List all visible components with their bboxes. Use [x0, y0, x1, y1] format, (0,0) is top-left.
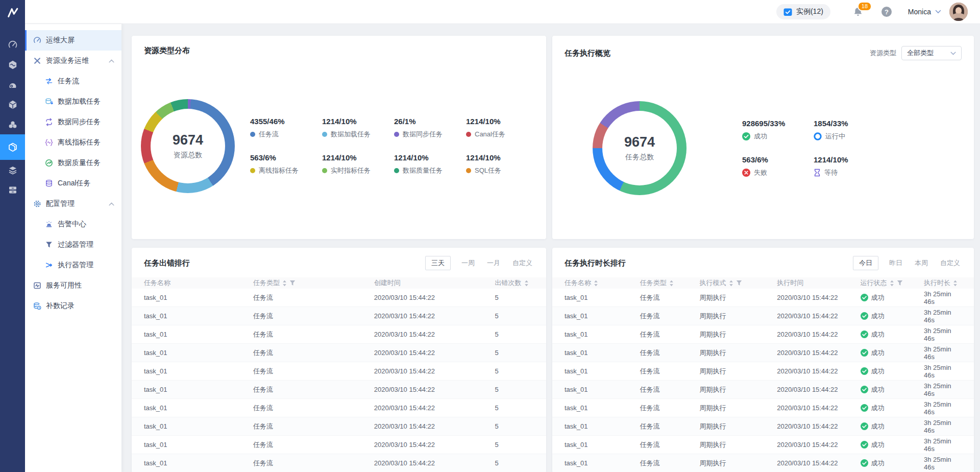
table-row[interactable]: task_01任务流2020/03/10 15:44:225: [132, 307, 546, 325]
table-row[interactable]: task_01任务流周期执行2020/03/10 15:44:22成功3h 25…: [552, 381, 974, 399]
donut-total: 9674: [173, 132, 203, 148]
table-cell: task_01: [565, 459, 640, 467]
table-cell: task_01: [565, 441, 640, 449]
table-row[interactable]: task_01任务流周期执行2020/03/10 15:44:22成功3h 25…: [552, 289, 974, 307]
table-row[interactable]: task_01任务流2020/03/10 15:44:225: [132, 325, 546, 344]
instance-button[interactable]: 实例(12): [776, 4, 830, 19]
legend-dot: [250, 132, 255, 137]
table-cell: 2020/03/10 15:44:22: [374, 441, 495, 449]
rail-warehouse-icon[interactable]: [0, 134, 25, 160]
table-row[interactable]: task_01任务流2020/03/10 15:44:225: [132, 344, 546, 362]
time-filter-button[interactable]: 本周: [913, 256, 929, 270]
table-row[interactable]: task_01任务流周期执行2020/03/10 15:44:22成功3h 25…: [552, 344, 974, 362]
sort-icon[interactable]: [953, 280, 958, 287]
rail-gauge-icon[interactable]: [0, 35, 25, 55]
sort-icon[interactable]: [524, 280, 529, 287]
sidebar-item-data-sync[interactable]: 数据同步任务: [25, 112, 121, 132]
checkbox-icon: [783, 8, 792, 16]
sort-icon[interactable]: [669, 280, 674, 287]
sort-icon[interactable]: [594, 280, 598, 287]
help-icon[interactable]: ?: [881, 7, 892, 17]
time-filter-button[interactable]: 自定义: [939, 256, 962, 270]
table-row[interactable]: task_01任务流周期执行2020/03/10 15:44:22成功3h 25…: [552, 417, 974, 436]
sidebar-item-service-availability[interactable]: 服务可用性: [25, 275, 121, 296]
rail-items: [0, 35, 25, 200]
sort-icon[interactable]: [282, 280, 287, 287]
chevron-up-icon[interactable]: [109, 59, 114, 63]
table-body: task_01任务流周期执行2020/03/10 15:44:22成功3h 25…: [552, 289, 974, 472]
table-cell: task_01: [144, 331, 253, 338]
table-cell: 周期执行: [700, 348, 777, 358]
success-icon: [861, 459, 868, 467]
sidebar-item-data-load[interactable]: 数据加载任务: [25, 91, 121, 112]
selector-label: 资源类型: [870, 49, 896, 58]
rail-cluster-icon[interactable]: [0, 114, 25, 134]
table-header-row: 任务名称任务类型创建时间出错次数: [132, 277, 546, 289]
table-cell: 2020/03/10 15:44:22: [777, 386, 860, 393]
rail-layers-icon[interactable]: [0, 160, 25, 180]
sidebar-item-filter-mgmt[interactable]: 过滤器管理: [25, 234, 121, 255]
user-name: Monica: [908, 8, 931, 16]
sort-icon[interactable]: [729, 280, 733, 287]
rail-robot-head-icon[interactable]: [0, 75, 25, 95]
table-row[interactable]: task_01任务流2020/03/10 15:44:225: [132, 417, 546, 436]
table-cell: 周期执行: [700, 367, 777, 376]
rail-server-icon[interactable]: [0, 180, 25, 200]
time-filter-button[interactable]: 今日: [853, 256, 878, 270]
legend-item: 1854/33% 运行中: [814, 119, 885, 141]
time-filter-button[interactable]: 昨日: [888, 256, 904, 270]
table-cell: 2020/03/10 15:44:22: [374, 422, 495, 430]
table-cell: 5: [495, 386, 534, 393]
table-row[interactable]: task_01任务流周期执行2020/03/10 15:44:22成功3h 25…: [552, 362, 974, 381]
table-row[interactable]: task_01任务流周期执行2020/03/10 15:44:22成功3h 25…: [552, 399, 974, 417]
column-header: 运行状态: [861, 278, 924, 288]
table-cell: 2020/03/10 15:44:22: [374, 349, 495, 357]
table-row[interactable]: task_01任务流周期执行2020/03/10 15:44:22成功3h 25…: [552, 325, 974, 344]
time-filter-button[interactable]: 一周: [460, 256, 476, 270]
sidebar-item-backfill-records[interactable]: 补数记录: [25, 296, 121, 316]
table-cell: task_01: [144, 459, 253, 467]
table-row[interactable]: task_01任务流2020/03/10 15:44:225: [132, 362, 546, 381]
rail-cube-icon[interactable]: [0, 95, 25, 114]
sidebar-item-canal-task[interactable]: Canal任务: [25, 173, 121, 194]
legend-item: 1214/10%Canal任务: [466, 117, 538, 139]
table-cell: 2020/03/10 15:44:22: [777, 294, 860, 301]
legend-item: 1214/10%实时指标任务: [322, 153, 394, 175]
table-row[interactable]: task_01任务流2020/03/10 15:44:225: [132, 436, 546, 454]
user-menu[interactable]: Monica: [908, 8, 941, 16]
table-cell: 3h 25min 46s: [924, 419, 962, 434]
sidebar-item-task-flow[interactable]: 任务流: [25, 71, 121, 91]
table-cell: 任务流: [640, 422, 700, 431]
table-row[interactable]: task_01任务流2020/03/10 15:44:225: [132, 454, 546, 472]
column-header: 创建时间: [374, 278, 495, 288]
time-filter-button[interactable]: 三天: [425, 256, 451, 270]
chevron-up-icon[interactable]: [109, 202, 114, 206]
table-row[interactable]: task_01任务流2020/03/10 15:44:225: [132, 399, 546, 417]
table-row[interactable]: task_01任务流周期执行2020/03/10 15:44:22成功3h 25…: [552, 307, 974, 325]
rail-hexagon-wave-icon[interactable]: [0, 55, 25, 75]
table-cell: task_01: [144, 441, 253, 449]
table-row[interactable]: task_01任务流2020/03/10 15:44:225: [132, 381, 546, 399]
table-row[interactable]: task_01任务流周期执行2020/03/10 15:44:22成功3h 25…: [552, 454, 974, 472]
column-header: 执行时间: [777, 278, 860, 288]
filter-icon[interactable]: [736, 280, 742, 286]
time-filter-button[interactable]: 一月: [485, 256, 502, 270]
column-header: 任务类型: [253, 278, 374, 288]
time-filter-button[interactable]: 自定义: [511, 256, 534, 270]
sidebar-item-alert-center[interactable]: 告警中心: [25, 214, 121, 234]
avatar[interactable]: [949, 3, 968, 21]
sidebar-item-offline-metric[interactable]: 离线指标任务: [25, 132, 121, 153]
filter-icon[interactable]: [897, 280, 903, 286]
table-row[interactable]: task_01任务流周期执行2020/03/10 15:44:22成功3h 25…: [552, 436, 974, 454]
table-row[interactable]: task_01任务流2020/03/10 15:44:225: [132, 289, 546, 307]
notification-bell[interactable]: 18: [853, 6, 863, 17]
sidebar-item-ops-dashboard[interactable]: 运维大屏: [25, 30, 121, 51]
sort-icon[interactable]: [890, 280, 894, 287]
donut-total: 9674: [624, 134, 655, 150]
table-cell: 任务流: [253, 422, 374, 431]
sidebar-item-config-mgmt[interactable]: 配置管理: [25, 194, 121, 214]
filter-icon[interactable]: [289, 280, 296, 286]
sidebar-item-executor-mgmt[interactable]: 执行器管理: [25, 255, 121, 275]
sidebar-item-data-quality[interactable]: 数据质量任务: [25, 153, 121, 173]
sidebar-item-resource-ops[interactable]: 资源业务运维: [25, 51, 121, 71]
